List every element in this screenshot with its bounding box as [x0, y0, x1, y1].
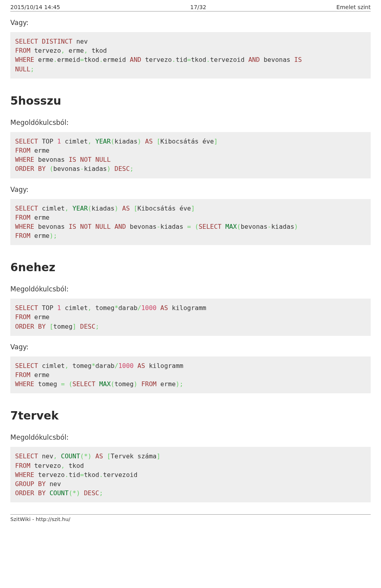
header-date: 2015/10/14 14:45	[10, 4, 60, 10]
page: 2015/10/14 14:45 17/32 Emelet szint Vagy…	[0, 0, 381, 566]
header-page-number: 17/32	[190, 4, 206, 10]
label-megoldo: Megoldókulcsból:	[10, 285, 371, 293]
heading-7tervek: 7tervek	[10, 409, 371, 422]
label-megoldo: Megoldókulcsból:	[10, 119, 371, 126]
label-vagy: Vagy:	[10, 186, 371, 193]
header-title: Emelet szint	[337, 4, 371, 10]
code-block-2: SELECT TOP 1 cimlet, YEAR(kiadas) AS [Ki…	[10, 132, 371, 178]
label-megoldo: Megoldókulcsból:	[10, 433, 371, 441]
heading-5hosszu: 5hosszu	[10, 94, 371, 107]
heading-6nehez: 6nehez	[10, 261, 371, 274]
page-footer: SzitWiki - http://szit.hu/	[10, 514, 371, 522]
label-vagy: Vagy:	[10, 19, 371, 27]
code-block-4: SELECT TOP 1 cimlet, tomeg*darab/1000 AS…	[10, 299, 371, 336]
code-block-6: SELECT nev, COUNT(*) AS [Tervek száma] F…	[10, 447, 371, 502]
label-vagy: Vagy:	[10, 343, 371, 351]
code-block-1: SELECT DISTINCT nev FROM tervezo, erme, …	[10, 32, 371, 79]
code-block-3: SELECT cimlet, YEAR(kiadas) AS [Kibocsát…	[10, 199, 371, 245]
footer-text: SzitWiki - http://szit.hu/	[10, 516, 70, 522]
page-header: 2015/10/14 14:45 17/32 Emelet szint	[10, 4, 371, 11]
code-block-5: SELECT cimlet, tomeg*darab/1000 AS kilog…	[10, 356, 371, 394]
